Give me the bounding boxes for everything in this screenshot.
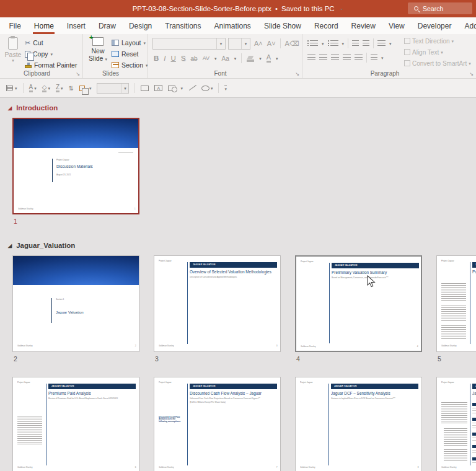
chevron-down-icon[interactable]: ▾ — [51, 52, 53, 56]
decrease-indent-button[interactable] — [352, 40, 359, 46]
font-group-label: Font — [148, 70, 293, 77]
section-header-jaguar-valuation[interactable]: ◢ Jaguar_Valuation — [8, 242, 75, 249]
slide-title: Overview of Selected Valuation Methodolo… — [190, 270, 271, 274]
slide-subtitle: Unlevered Free Cash Flow Projections Bas… — [190, 397, 260, 400]
chevron-down-icon[interactable]: ⌄ — [340, 6, 344, 11]
sidebar-text-skeleton — [441, 402, 467, 425]
chevron-down-icon: ▾ — [4, 58, 22, 63]
clear-formatting-button[interactable]: A⌫ — [285, 40, 299, 48]
tab-slide-show[interactable]: Slide Show — [257, 17, 307, 34]
tab-animations[interactable]: Animations — [208, 17, 257, 34]
slide-thumbnail-2[interactable]: Section 1 Jaguar Valuation Goldman Stanl… — [12, 255, 139, 352]
slide-thumbnail-5[interactable]: Project Jaguar JAGUAR VALUATION Pos Gold… — [436, 255, 476, 352]
dialog-launcher-icon[interactable]: ↘ — [295, 71, 299, 77]
search-icon — [414, 6, 418, 11]
font-name-combobox[interactable]: ▾ — [152, 38, 226, 50]
slide-thumbnail-6[interactable]: Project Jaguar JAGUAR VALUATION Premiums… — [12, 377, 139, 471]
chevron-down-icon[interactable]: ▾ — [216, 38, 225, 49]
font-color-button[interactable]: A — [267, 54, 271, 63]
slide-kicker-bar: JAGUAR VALUATION — [472, 262, 476, 268]
increase-indent-button[interactable] — [363, 40, 369, 46]
slide-thumbnail-8[interactable]: Project Jaguar JAGUAR VALUATION Jaguar D… — [295, 377, 422, 471]
style-combobox[interactable]: ▾ — [97, 83, 129, 94]
section-expanded-triangle-icon[interactable]: ◢ — [8, 243, 12, 249]
sort-order-button[interactable]: ⇅ — [69, 85, 74, 92]
text-direction-button[interactable]: Text Direction▾ — [404, 37, 471, 45]
paste-button[interactable]: Paste ▾ — [4, 37, 22, 63]
dialog-launcher-icon[interactable]: ↘ — [469, 71, 474, 77]
align-left-button[interactable] — [307, 55, 315, 61]
tab-review[interactable]: Review — [345, 17, 382, 34]
rectangle-tool-button[interactable] — [141, 86, 149, 91]
section-header-introduction[interactable]: ◢ Introduction — [8, 104, 58, 112]
strikethrough-button[interactable]: ab — [191, 55, 198, 62]
slide-thumbnail-4[interactable]: Project Jaguar JAGUAR VALUATION Prelimin… — [295, 255, 422, 352]
shapes-button[interactable]: ▾ — [168, 86, 183, 91]
arrange-shapes-button[interactable]: ▾ — [6, 85, 17, 91]
bullets-button[interactable] — [310, 40, 318, 46]
reset-button[interactable]: Reset — [112, 48, 148, 59]
copy-button[interactable]: Copy ▾ — [25, 48, 77, 59]
slide-number-3: 3 — [155, 355, 159, 363]
shape-outline-button[interactable]: Z▾ — [56, 84, 63, 92]
slide-page-number: 3 — [276, 345, 277, 347]
distribute-button[interactable] — [371, 55, 377, 61]
justify-button[interactable] — [343, 55, 351, 61]
tab-record[interactable]: Record — [307, 17, 345, 34]
section-expanded-triangle-icon[interactable]: ◢ — [8, 105, 12, 111]
shape-fill-button[interactable]: ◇▾ — [42, 84, 50, 92]
oval-tool-button[interactable]: ▾ — [201, 86, 213, 91]
tab-add-ins[interactable]: Add-ins — [458, 17, 476, 34]
italic-button[interactable]: I — [164, 55, 165, 62]
numbering-button[interactable] — [330, 40, 338, 46]
sidebar-text-skeleton — [444, 449, 467, 462]
overlapping-squares-icon — [79, 86, 85, 91]
grow-font-button[interactable]: A˄ — [254, 40, 263, 47]
chevron-down-icon[interactable]: ▾ — [241, 38, 250, 49]
convert-to-smartart-button[interactable]: Convert to SmartArt▾ — [404, 59, 471, 68]
saved-status[interactable]: Saved to this PC — [281, 5, 335, 12]
shape-combine-button[interactable]: ▾ — [79, 86, 92, 91]
qat-overflow-button[interactable]: ▾ — [224, 86, 227, 91]
align-text-button[interactable]: Align Text▾ — [404, 48, 471, 56]
character-spacing-button[interactable]: AV — [203, 55, 209, 61]
font-size-combobox[interactable]: ▾ — [228, 38, 250, 50]
format-painter-button[interactable]: Format Painter — [25, 59, 77, 71]
chevron-down-icon[interactable]: ▾ — [121, 84, 128, 93]
ribbon: Paste ▾ ✂ Cut Copy ▾ Format Painter Clip… — [0, 34, 476, 79]
dialog-launcher-icon[interactable]: ↘ — [76, 71, 80, 77]
columns-button[interactable] — [355, 55, 363, 61]
tab-insert[interactable]: Insert — [60, 17, 92, 34]
slide-thumbnail-7[interactable]: Project Jaguar JAGUAR VALUATION Discount… — [154, 377, 281, 471]
slide-thumbnail-1[interactable]: Project Jaguar Discussion Materials Augu… — [12, 118, 139, 214]
change-case-button[interactable]: Aa — [221, 55, 229, 62]
highlight-pen-icon[interactable] — [247, 59, 254, 62]
line-tool-button[interactable] — [188, 84, 196, 92]
tab-view[interactable]: View — [382, 17, 411, 34]
tab-design[interactable]: Design — [122, 17, 158, 34]
slide-thumbnail-3[interactable]: Project Jaguar JAGUAR VALUATION Overview… — [154, 255, 281, 352]
align-right-button[interactable] — [331, 55, 339, 61]
group-clipboard: Paste ▾ ✂ Cut Copy ▾ Format Painter Clip… — [0, 34, 83, 78]
slide-sorter-canvas[interactable]: ◢ Introduction Project Jaguar Discussion… — [0, 98, 476, 471]
shrink-font-button[interactable]: A˅ — [267, 40, 276, 47]
tab-home[interactable]: Home — [27, 17, 60, 34]
tab-file[interactable]: File — [2, 17, 27, 34]
text-box-button[interactable]: A — [154, 85, 162, 91]
layout-button[interactable]: Layout ▾ — [112, 37, 148, 48]
underline-button[interactable]: U — [171, 55, 176, 62]
tab-developer[interactable]: Developer — [411, 17, 458, 34]
tab-draw[interactable]: Draw — [92, 17, 122, 34]
section-button[interactable]: Section ▾ — [112, 59, 148, 71]
bold-button[interactable]: B — [154, 55, 159, 62]
tab-transitions[interactable]: Transitions — [159, 17, 208, 34]
slide-thumbnail-9[interactable]: Project Jaguar JAGUAR VALUATION Jagu Gol… — [436, 377, 476, 471]
text-shadow-button[interactable]: S — [181, 55, 186, 62]
font-color-button[interactable]: A▾ — [29, 84, 37, 92]
search-input[interactable]: Search — [408, 2, 472, 14]
slide-kicker: JAGUAR VALUATION — [335, 264, 357, 266]
cut-button[interactable]: ✂ Cut — [25, 37, 77, 48]
new-slide-button[interactable]: New Slide ▾ — [87, 37, 109, 62]
line-spacing-button[interactable] — [377, 40, 386, 46]
align-center-button[interactable] — [319, 55, 327, 61]
